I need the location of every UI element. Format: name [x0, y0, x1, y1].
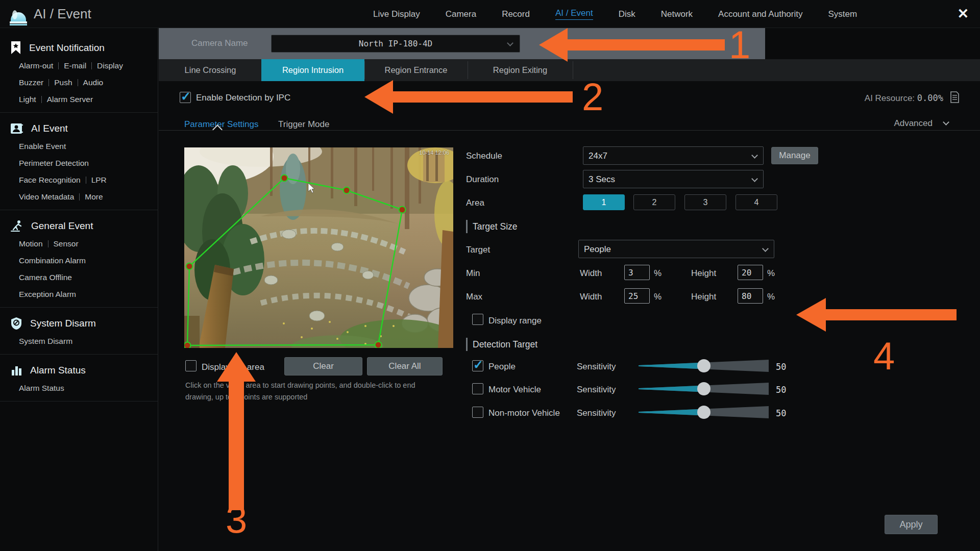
ai-resource-detail-icon[interactable]: [950, 91, 960, 103]
people-checkbox[interactable]: ✓: [472, 360, 483, 371]
duration-select[interactable]: 3 Secs: [583, 170, 764, 188]
sidebar-item-lpr[interactable]: LPR: [91, 176, 107, 185]
slider-thumb[interactable]: [697, 359, 710, 372]
schedule-select[interactable]: 24x7: [583, 146, 764, 165]
sidebar-item-combination-alarm[interactable]: Combination Alarm: [19, 256, 86, 265]
area-button-4[interactable]: 4: [736, 194, 777, 210]
max-width-label: Width: [580, 292, 602, 302]
sidebar-item-audio[interactable]: Audio: [83, 78, 104, 87]
people-sensitivity-slider[interactable]: [639, 359, 769, 372]
percent-sign: %: [767, 268, 775, 279]
min-width-input[interactable]: 3: [624, 265, 650, 280]
advanced-toggle[interactable]: Advanced: [894, 118, 948, 129]
sidebar-item-perimeter-detection[interactable]: Perimeter Detection: [19, 159, 89, 168]
slider-thumb[interactable]: [697, 382, 710, 395]
section-title: Event Notification: [29, 42, 105, 54]
min-width-label: Width: [580, 268, 602, 279]
max-label: Max: [466, 292, 482, 302]
sidebar: Event Notification Alarm-outE-mailDispla…: [0, 28, 158, 551]
motor-vehicle-sensitivity-slider[interactable]: [639, 382, 769, 395]
sensitivity-label: Sensitivity: [577, 385, 616, 395]
nav-ai-event[interactable]: AI / Event: [555, 8, 593, 20]
sidebar-item-exception-alarm[interactable]: Exception Alarm: [19, 290, 76, 299]
sidebar-item-video-metadata[interactable]: Video Metadata: [19, 192, 74, 202]
nav-system[interactable]: System: [828, 9, 857, 19]
motor-vehicle-sensitivity-value: 50: [776, 385, 786, 395]
sidebar-item-alarm-status[interactable]: Alarm Status: [19, 384, 64, 393]
section-alarm-status: Alarm Status Alarm Status: [0, 355, 158, 402]
non-motor-vehicle-checkbox[interactable]: ✓: [472, 407, 483, 418]
area-button-1[interactable]: 1: [583, 194, 625, 210]
min-label: Min: [466, 268, 480, 279]
camera-name-label: Camera Name: [191, 38, 248, 48]
target-select[interactable]: People: [578, 240, 774, 258]
nav-account-authority[interactable]: Account and Authority: [718, 9, 802, 19]
manage-button[interactable]: Manage: [771, 147, 818, 164]
min-height-input[interactable]: 20: [738, 265, 763, 280]
main-content: ✓ Enable Detection by IPC AI Resource: 0…: [159, 81, 980, 551]
section-title: AI Event: [31, 123, 68, 134]
motor-vehicle-checkbox[interactable]: ✓: [472, 383, 483, 394]
section-title: System Disarm: [30, 318, 96, 329]
sidebar-item-push[interactable]: Push: [54, 78, 72, 87]
display-range-label: Display range: [488, 316, 542, 326]
sidebar-item-system-disarm[interactable]: System Disarm: [19, 337, 72, 346]
nav-camera[interactable]: Camera: [446, 9, 476, 19]
draw-hint-line2: drawing, up to 6 points are supported: [185, 393, 307, 401]
chevron-down-icon: [943, 119, 949, 126]
sidebar-item-face-recognition[interactable]: Face Recognition: [19, 176, 81, 185]
sidebar-item-enable-event[interactable]: Enable Event: [19, 142, 66, 151]
tab-region-entrance[interactable]: Region Entrance: [364, 59, 468, 81]
area-button-3[interactable]: 3: [684, 194, 726, 210]
non-motor-vehicle-label: Non-motor Vehicle: [488, 408, 560, 418]
clear-button[interactable]: Clear: [284, 357, 362, 375]
page-title: AI / Event: [34, 6, 91, 22]
clear-all-button[interactable]: Clear All: [367, 357, 443, 375]
max-width-input[interactable]: 25: [624, 288, 650, 304]
sidebar-item-alarm-server[interactable]: Alarm Server: [47, 95, 93, 104]
section-event-notification: Event Notification Alarm-outE-mailDispla…: [0, 32, 158, 113]
nav-disk[interactable]: Disk: [619, 9, 635, 19]
sidebar-item-more[interactable]: More: [85, 192, 103, 202]
intrusion-region-polygon: [187, 178, 402, 345]
enable-detection-checkbox[interactable]: ✓: [180, 92, 191, 103]
tab-line-crossing[interactable]: Line Crossing: [159, 59, 261, 81]
sidebar-item-alarm-out[interactable]: Alarm-out: [19, 61, 53, 70]
min-height-label: Height: [691, 268, 716, 279]
sidebar-item-motion[interactable]: Motion: [19, 239, 43, 248]
area-button-2[interactable]: 2: [633, 194, 675, 210]
section-title: Alarm Status: [30, 365, 86, 376]
display-range-checkbox[interactable]: ✓: [472, 314, 483, 325]
camera-name-value: North IP-180-4D: [272, 39, 520, 48]
sidebar-item-sensor[interactable]: Sensor: [54, 239, 79, 248]
slider-thumb[interactable]: [697, 406, 710, 419]
chevron-down-icon: [751, 176, 758, 182]
tab-region-intrusion[interactable]: Region Intrusion: [261, 59, 364, 81]
section-ai-event: AI Event Enable Event Perimeter Detectio…: [0, 113, 158, 210]
camera-name-select[interactable]: North IP-180-4D: [271, 35, 520, 53]
nav-live-display[interactable]: Live Display: [373, 9, 420, 19]
sidebar-item-light[interactable]: Light: [19, 95, 36, 104]
schedule-label: Schedule: [466, 151, 502, 161]
sidebar-item-buzzer[interactable]: Buzzer: [19, 78, 43, 87]
subtab-trigger-mode[interactable]: Trigger Mode: [278, 119, 329, 130]
non-motor-vehicle-sensitivity-slider[interactable]: [639, 406, 769, 419]
display-area-checkbox[interactable]: ✓: [185, 360, 197, 371]
tab-region-exiting[interactable]: Region Exiting: [468, 59, 573, 81]
sidebar-item-camera-offline[interactable]: Camera Offline: [19, 273, 72, 282]
bar-chart-icon: [10, 365, 22, 376]
nav-network[interactable]: Network: [661, 9, 693, 19]
section-system-disarm: System Disarm System Disarm: [0, 308, 158, 355]
nav-record[interactable]: Record: [502, 9, 530, 19]
video-preview[interactable]: 10-14 12:06: [184, 147, 453, 348]
display-area-label: Display the area: [202, 362, 264, 372]
sidebar-item-email[interactable]: E-mail: [64, 61, 86, 70]
max-height-input[interactable]: 80: [738, 288, 763, 304]
sidebar-item-display[interactable]: Display: [97, 61, 123, 70]
face-id-icon: [10, 122, 23, 135]
shield-disarm-icon: [10, 317, 22, 330]
close-icon[interactable]: ✕: [957, 6, 969, 22]
percent-sign: %: [654, 292, 662, 302]
percent-sign: %: [654, 268, 662, 279]
apply-button[interactable]: Apply: [885, 515, 938, 534]
